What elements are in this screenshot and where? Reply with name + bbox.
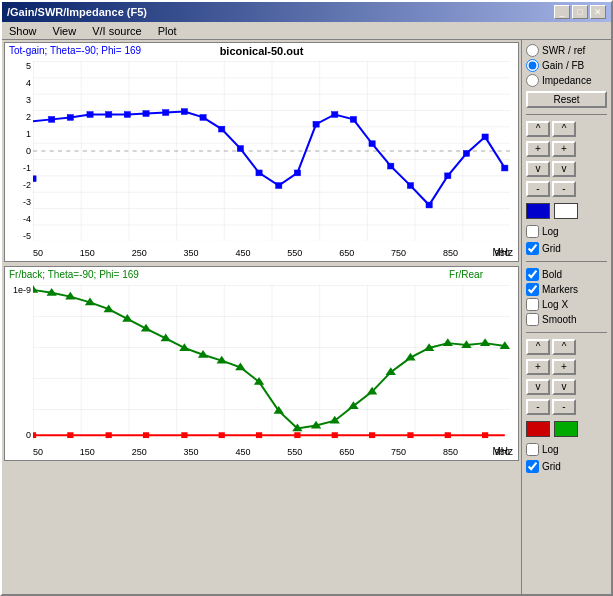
- bot-log-row: Log: [526, 443, 607, 456]
- logx-checkbox-item[interactable]: Log X: [526, 298, 607, 311]
- top-chart-svg: [33, 61, 510, 241]
- bot-down-btn-2[interactable]: v: [552, 379, 576, 395]
- bottom-chart-inner: [33, 285, 510, 440]
- top-log-checkbox[interactable]: [526, 225, 539, 238]
- top-color-box-1[interactable]: [526, 203, 550, 219]
- markers-checkbox-item[interactable]: Markers: [526, 283, 607, 296]
- svg-rect-40: [369, 432, 375, 438]
- bot-steppers-row1: ^ ^: [526, 339, 607, 355]
- charts-area: Tot-gain; Theta=-90; Phi= 169 biconical-…: [2, 40, 521, 594]
- top-steppers-row4: - -: [526, 181, 607, 197]
- window-title: /Gain/SWR/Impedance (F5): [7, 6, 147, 18]
- markers-checkbox[interactable]: [526, 283, 539, 296]
- bold-checkbox[interactable]: [526, 268, 539, 281]
- main-window: /Gain/SWR/Impedance (F5) _ □ ✕ Show View…: [0, 0, 613, 596]
- top-down-btn-2[interactable]: v: [552, 161, 576, 177]
- svg-rect-42: [445, 432, 451, 438]
- divider-1: [526, 114, 607, 115]
- menu-show[interactable]: Show: [6, 25, 40, 37]
- bottom-y-axis-left: 1e-9 0: [5, 285, 33, 440]
- bottom-color-box-2[interactable]: [554, 421, 578, 437]
- reset-button[interactable]: Reset: [526, 91, 607, 108]
- maximize-button[interactable]: □: [572, 5, 588, 19]
- bot-up-btn-1[interactable]: ^: [526, 339, 550, 355]
- svg-rect-25: [445, 173, 451, 179]
- radio-gain-label: Gain / FB: [542, 60, 584, 71]
- top-chart-container: Tot-gain; Theta=-90; Phi= 169 biconical-…: [4, 42, 519, 262]
- svg-rect-35: [181, 432, 187, 438]
- svg-rect-32: [67, 432, 73, 438]
- svg-rect-33: [106, 432, 112, 438]
- smooth-label: Smooth: [542, 314, 576, 325]
- top-up-btn-1[interactable]: ^: [526, 121, 550, 137]
- svg-rect-4: [49, 116, 55, 122]
- smooth-checkbox-item[interactable]: Smooth: [526, 313, 607, 326]
- svg-rect-28: [502, 165, 508, 171]
- svg-rect-22: [388, 163, 394, 169]
- bot-plus-btn-2[interactable]: +: [552, 359, 576, 375]
- svg-rect-12: [200, 115, 206, 121]
- title-bar: /Gain/SWR/Impedance (F5) _ □ ✕: [2, 2, 611, 22]
- menu-plot[interactable]: Plot: [155, 25, 180, 37]
- top-grid-checkbox[interactable]: [526, 242, 539, 255]
- options-checkbox-group: Bold Markers Log X Smooth: [526, 268, 607, 326]
- svg-rect-36: [219, 432, 225, 438]
- menu-vi-source[interactable]: V/I source: [89, 25, 145, 37]
- bold-checkbox-item[interactable]: Bold: [526, 268, 607, 281]
- title-bar-buttons: _ □ ✕: [554, 5, 606, 19]
- svg-rect-27: [482, 134, 488, 140]
- top-log-row: Log: [526, 225, 607, 238]
- top-minus-btn-1[interactable]: -: [526, 181, 550, 197]
- svg-rect-21: [369, 141, 375, 147]
- radio-swr[interactable]: SWR / ref: [526, 44, 607, 57]
- svg-rect-17: [294, 170, 300, 176]
- top-steppers-row2: + +: [526, 141, 607, 157]
- bot-plus-btn-1[interactable]: +: [526, 359, 550, 375]
- svg-rect-1: [33, 61, 510, 241]
- bottom-x-axis: 50 150 250 350 450 550 650 750 850 950: [33, 447, 510, 457]
- svg-rect-34: [143, 432, 149, 438]
- top-down-btn-1[interactable]: v: [526, 161, 550, 177]
- top-chart-title: Tot-gain; Theta=-90; Phi= 169: [9, 45, 141, 56]
- logx-checkbox[interactable]: [526, 298, 539, 311]
- bot-steppers-row3: v v: [526, 379, 607, 395]
- minimize-button[interactable]: _: [554, 5, 570, 19]
- bold-label: Bold: [542, 269, 562, 280]
- bot-minus-btn-2[interactable]: -: [552, 399, 576, 415]
- radio-swr-input[interactable]: [526, 44, 539, 57]
- radio-swr-label: SWR / ref: [542, 45, 585, 56]
- menu-view[interactable]: View: [50, 25, 80, 37]
- bottom-color-box-1[interactable]: [526, 421, 550, 437]
- top-chart-center-title: biconical-50.out: [220, 45, 304, 57]
- svg-rect-8: [124, 112, 130, 118]
- radio-impedance[interactable]: Impedance: [526, 74, 607, 87]
- bottom-chart-right-label: Fr/Rear: [449, 269, 483, 280]
- bot-minus-btn-1[interactable]: -: [526, 399, 550, 415]
- top-plus-btn-1[interactable]: +: [526, 141, 550, 157]
- close-button[interactable]: ✕: [590, 5, 606, 19]
- bot-grid-checkbox[interactable]: [526, 460, 539, 473]
- top-up-btn-2[interactable]: ^: [552, 121, 576, 137]
- radio-impedance-input[interactable]: [526, 74, 539, 87]
- svg-rect-13: [219, 126, 225, 132]
- radio-gain-input[interactable]: [526, 59, 539, 72]
- top-x-axis: 50 150 250 350 450 550 650 750 850 950: [33, 248, 510, 258]
- logx-label: Log X: [542, 299, 568, 310]
- radio-gain[interactable]: Gain / FB: [526, 59, 607, 72]
- top-chart-inner: [33, 61, 510, 241]
- top-color-box-2[interactable]: [554, 203, 578, 219]
- svg-rect-37: [256, 432, 262, 438]
- top-minus-btn-2[interactable]: -: [552, 181, 576, 197]
- bot-log-checkbox[interactable]: [526, 443, 539, 456]
- bottom-chart-svg: [33, 285, 510, 440]
- svg-rect-20: [350, 116, 356, 122]
- bot-up-btn-2[interactable]: ^: [552, 339, 576, 355]
- svg-rect-24: [426, 202, 432, 208]
- top-plus-btn-2[interactable]: +: [552, 141, 576, 157]
- svg-rect-3: [33, 176, 36, 182]
- top-y-axis: 5 4 3 2 1 0 -1 -2 -3 -4 -5: [5, 61, 33, 241]
- bot-down-btn-1[interactable]: v: [526, 379, 550, 395]
- markers-label: Markers: [542, 284, 578, 295]
- svg-rect-15: [256, 170, 262, 176]
- smooth-checkbox[interactable]: [526, 313, 539, 326]
